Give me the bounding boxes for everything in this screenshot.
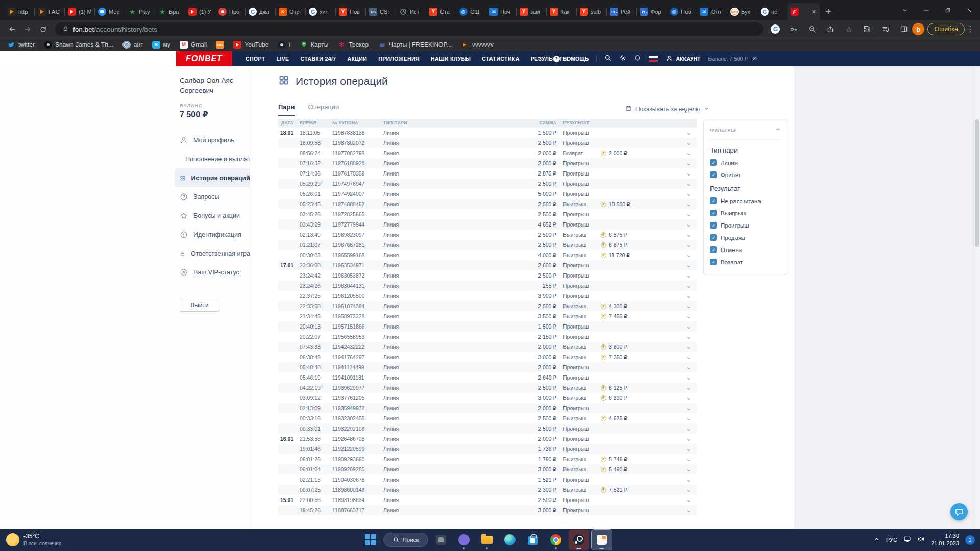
table-row[interactable]: 05:48:4811941124499Линия2 000 ₽Проигрыш (278, 362, 697, 372)
browser-tab[interactable]: ✉Отп (697, 3, 727, 20)
sidebar-item-vip[interactable]: Ваш VIP-статус (175, 263, 250, 282)
profile-avatar[interactable]: b (912, 23, 924, 35)
filter-option[interactable]: ✓Отмена (710, 246, 781, 253)
checkbox-checked-icon[interactable]: ✓ (710, 159, 717, 166)
browser-tab[interactable]: ★Play (125, 3, 155, 20)
browser-tab[interactable]: КОтр (275, 3, 305, 20)
help-button[interactable]: ?ПОМОЩЬ (553, 56, 589, 62)
browser-tab[interactable]: CSCS: (365, 3, 396, 20)
browser-tab[interactable]: Gхит (305, 3, 335, 20)
browser-error-button[interactable]: Ошибка (927, 23, 965, 35)
filter-option[interactable]: ✓Линия (710, 159, 781, 166)
gear-icon[interactable] (619, 54, 626, 63)
sidebar-item-question[interactable]: Запросы (175, 187, 250, 206)
taskbar-clock[interactable]: 17:30 21.01.2023 (931, 532, 959, 547)
browser-tab[interactable]: http (4, 3, 34, 20)
browser-tab[interactable]: FAC (34, 3, 64, 20)
file-explorer-icon[interactable] (477, 530, 497, 550)
account-button[interactable]: АККАУНТ (666, 55, 700, 63)
scrollbar-thumb[interactable] (975, 119, 979, 247)
tab-search-button[interactable] (894, 0, 916, 20)
browser-tab[interactable]: Gджа (245, 3, 275, 20)
filter-option[interactable]: ✓Проигрыш (710, 222, 781, 229)
table-row[interactable]: 01:21:0711967667281Линия2 500 ₽Выигрыш₽6… (278, 240, 697, 250)
sidebar-item-user[interactable]: Мой профиль (175, 131, 250, 149)
sidebar-item-star[interactable]: Бонусы и акции (175, 206, 250, 225)
table-row[interactable]: 03:09:1211937761205Линия3 000 ₽Выигрыш₽6… (278, 393, 697, 403)
row-chevron-down-icon[interactable] (685, 507, 692, 516)
browser-tab[interactable]: Ист (396, 3, 426, 20)
browser-tab[interactable]: @Нов (667, 3, 697, 20)
filters-header[interactable]: ФИЛЬТРЫ (710, 126, 781, 140)
logout-button[interactable]: Выйти (180, 298, 219, 312)
table-row[interactable]: 02:21:1311904030678Линия1 521 ₽Проигрыш (278, 474, 697, 485)
checkbox-checked-icon[interactable]: ✓ (710, 222, 717, 229)
table-row[interactable]: 00:33:0111932292108Линия2 500 ₽Проигрыш (278, 423, 697, 434)
table-row[interactable]: 18.0118:11:0511987838138Линия1 500 ₽Прои… (278, 128, 697, 138)
table-row[interactable]: 07:14:3611976170359Линия2 875 ₽Проигрыш (278, 168, 697, 179)
snipping-tool-icon[interactable] (592, 530, 612, 550)
table-row[interactable]: 15.0122:00:5611893198634Линия2 500 ₽Прои… (278, 495, 697, 505)
tab-pari[interactable]: Пари (278, 103, 295, 116)
forward-button[interactable] (20, 22, 35, 36)
fonbet-logo[interactable]: FONBET (176, 51, 232, 66)
checkbox-checked-icon[interactable]: ✓ (710, 259, 717, 265)
table-row[interactable]: 08:56:2411977082798Линия2 000 ₽Возврат₽2… (278, 148, 697, 158)
table-row[interactable]: 04:22:1911939629977Линия2 500 ₽Выигрыш₽6… (278, 383, 697, 393)
close-button[interactable] (959, 0, 980, 20)
browser-tab[interactable]: Gне (757, 3, 787, 20)
sidebar-item-lock[interactable]: Ответственная игра (175, 244, 250, 263)
bell-icon[interactable] (634, 54, 641, 63)
table-row[interactable]: 00:07:2511898600148Линия2 300 ₽Выигрыш₽7… (278, 485, 697, 495)
minimize-button[interactable] (916, 0, 937, 20)
language-flag-ru[interactable] (649, 56, 658, 62)
address-bar[interactable]: fon.bet/account/history/bets (55, 22, 763, 36)
weather-widget[interactable]: -35°C В осн. солнечно (6, 529, 61, 551)
google-g-icon[interactable]: G (768, 22, 782, 36)
table-row[interactable]: 21:34:4511958973328Линия3 500 ₽Выигрыш₽7… (278, 311, 697, 321)
filter-option[interactable]: ✓Не рассчитана (710, 197, 781, 204)
notification-badge[interactable]: 1 (965, 535, 975, 545)
tab-close-button[interactable]: ✕ (812, 9, 816, 15)
checkbox-checked-icon[interactable]: ✓ (710, 197, 717, 204)
table-row[interactable]: 05:26:0111974924007Линия5 000 ₽Проигрыш (278, 189, 697, 199)
sidebar-item-info[interactable]: Идентификация (175, 225, 250, 244)
table-row[interactable]: 23:24:4211963053872Линия2 500 ₽Проигрыш (278, 270, 697, 281)
filter-option[interactable]: ✓Возврат (710, 259, 781, 265)
network-icon[interactable] (903, 535, 911, 545)
browser-tab[interactable]: (1) М (64, 3, 94, 20)
filter-option[interactable]: ✓Продажа (710, 234, 781, 241)
support-chat-button[interactable] (950, 503, 968, 520)
checkbox-checked-icon[interactable]: ✓ (710, 246, 717, 253)
browser-menu-icon[interactable]: ⋮ (966, 24, 975, 34)
table-row[interactable]: 03:45:2611972825665Линия2 500 ₽Проигрыш (278, 209, 697, 219)
search-icon[interactable] (604, 54, 611, 63)
chrome-browser-icon[interactable] (546, 530, 566, 550)
steam-icon[interactable] (569, 530, 589, 550)
table-row[interactable]: 22:33:5811961074394Линия2 500 ₽Выигрыш₽4… (278, 301, 697, 311)
browser-tab[interactable]: Мес (94, 3, 125, 20)
table-row[interactable]: 00:33:1611932302455Линия2 500 ₽Выигрыш₽4… (278, 413, 697, 423)
volume-icon[interactable] (917, 535, 925, 545)
table-row[interactable]: 20:40:1311957151866Линия1 500 ₽Проигрыш (278, 321, 697, 332)
side-panel-icon[interactable] (897, 22, 911, 36)
table-row[interactable]: 00:30:0311965599168Линия4 000 ₽Выигрыш₽1… (278, 250, 697, 260)
table-row[interactable]: 02:13:4911969823097Линия2 500 ₽Выигрыш₽6… (278, 230, 697, 240)
people-app-icon[interactable] (454, 530, 474, 550)
bookmark-item[interactable]: YouTube (233, 41, 268, 49)
bookmark-item[interactable]: мму (152, 41, 170, 49)
fonbet-nav-item[interactable]: АКЦИИ (347, 56, 367, 62)
password-key-icon[interactable] (787, 22, 801, 36)
task-view-icon[interactable] (431, 530, 451, 550)
table-row[interactable]: 06:01:2611909293660Линия1 790 ₽Выигрыш₽5… (278, 454, 697, 464)
fonbet-nav-item[interactable]: СПОРТ (246, 56, 265, 62)
fonbet-nav-item[interactable]: ПРИЛОЖЕНИЯ (378, 56, 420, 62)
share-icon[interactable] (823, 22, 838, 36)
tray-chevron-up-icon[interactable] (873, 535, 880, 544)
browser-tab[interactable]: winБук (727, 3, 757, 20)
table-row[interactable]: 22:37:2511961205500Линия3 900 ₽Проигрыш (278, 291, 697, 301)
zoom-out-icon[interactable] (805, 22, 819, 36)
reload-button[interactable] (36, 22, 50, 36)
bookmark-item[interactable]: Чарты | FREEKINOP... (378, 41, 452, 49)
table-row[interactable]: 19:01:4611921220599Линия1 736 ₽Проигрыш (278, 444, 697, 454)
